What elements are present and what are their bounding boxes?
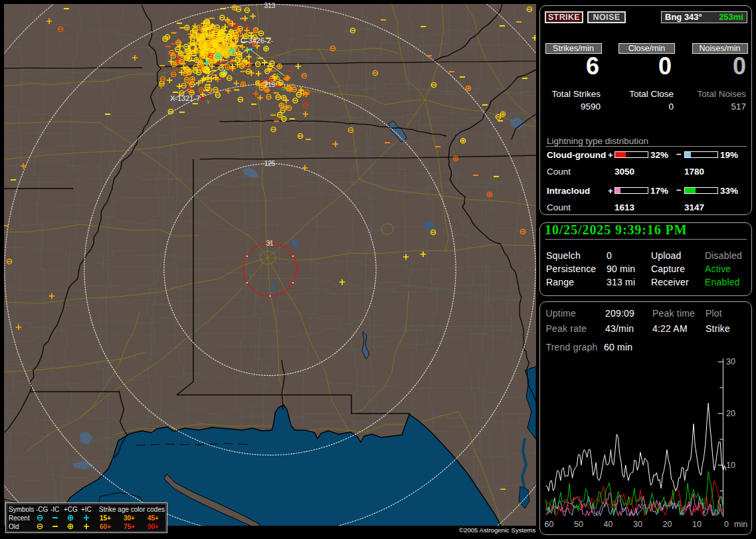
svg-text:+IC: +IC (81, 506, 92, 513)
svg-text:45+: 45+ (147, 514, 159, 522)
svg-text:60: 60 (545, 520, 554, 529)
svg-text:X-1321-7: X-1321-7 (170, 94, 200, 102)
svg-text:0: 0 (724, 520, 729, 529)
svg-text:60+: 60+ (100, 523, 111, 530)
svg-text:30: 30 (633, 520, 642, 529)
svg-text:20: 20 (726, 409, 735, 418)
svg-text:Strike age color codes: Strike age color codes (99, 506, 165, 513)
svg-text:90+: 90+ (147, 523, 159, 530)
svg-text:40: 40 (604, 520, 613, 529)
svg-text:©2005 Astrogenic Systems: ©2005 Astrogenic Systems (459, 526, 536, 534)
svg-text:C-3426-2-: C-3426-2- (240, 37, 274, 44)
svg-text:30: 30 (726, 357, 735, 366)
svg-text:50: 50 (574, 520, 583, 529)
svg-text:min: min (734, 520, 747, 529)
svg-text:15+: 15+ (100, 514, 111, 522)
svg-text:-CG: -CG (36, 506, 48, 513)
svg-text:Symbols: Symbols (9, 506, 34, 513)
svg-text:219: 219 (264, 81, 276, 88)
svg-text:+CG: +CG (64, 506, 78, 513)
svg-text:10: 10 (726, 461, 735, 470)
svg-text:31: 31 (266, 240, 274, 247)
svg-text:30+: 30+ (124, 514, 135, 522)
svg-text:125: 125 (264, 160, 276, 167)
svg-text:75+: 75+ (124, 523, 135, 530)
svg-text:20: 20 (663, 520, 672, 529)
svg-text:-IC: -IC (50, 506, 59, 513)
svg-text:Old: Old (9, 523, 19, 530)
svg-text:Recent: Recent (9, 514, 30, 522)
svg-text:v: v (207, 98, 210, 105)
svg-text:10: 10 (692, 520, 702, 529)
svg-text:313: 313 (264, 2, 276, 9)
